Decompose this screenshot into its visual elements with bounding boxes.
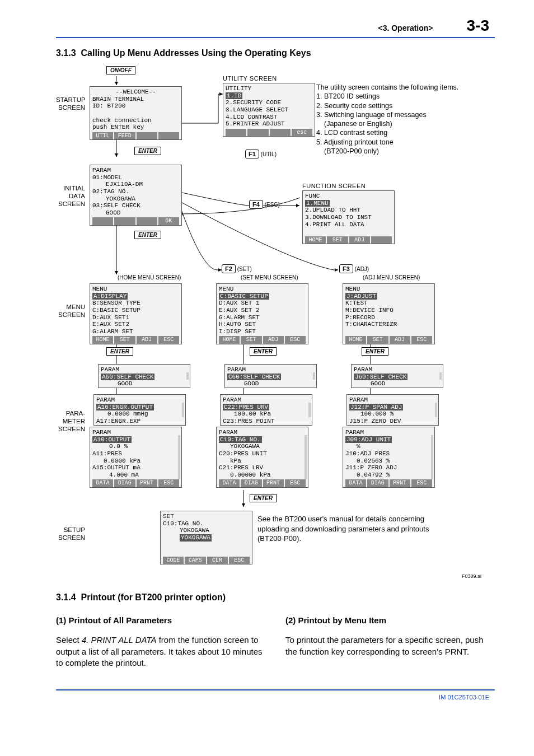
footer-docid: IM 01C25T03-01E (56, 690, 495, 701)
param-j12: PARAM J12:P SPAN ADJ 100.000 % J15:P ZER… (346, 394, 439, 426)
enter-s: ENTER (250, 347, 277, 356)
operation-diagram: ON/OFF STARTUP SCREEN INITIAL DATA SCREE… (56, 63, 481, 589)
f1-label: (UTIL) (261, 151, 277, 157)
sec-314-heading: 3.1.4 Printout (for BT200 printer option… (56, 592, 495, 603)
param-a16: PARAM A16:ENGR.OUTPUT 0.0000 mmHg A17:EN… (93, 394, 186, 426)
key-f1: F1 (245, 150, 259, 158)
header-rule (56, 37, 495, 38)
setup-screen: SET C10:TAG NO. YOKOGAWA YOKOGAWA CODECA… (160, 511, 252, 564)
side-label-startup: STARTUP SCREEN (56, 96, 85, 112)
adj-menu-title: (ADJ MENU SCREEN) (363, 274, 420, 281)
enter-2: ENTER (134, 231, 161, 239)
param-c60: PARAM C60:SELF CHECK GOOD (224, 364, 317, 388)
function-title: FUNCTION SCREEN (302, 183, 366, 189)
f3-label: (ADJ) (355, 266, 369, 272)
param-c22: PARAM C22:PRES URV 100.00 kPa C23:PRES P… (220, 394, 312, 426)
p2-body: To printout the parameters for a specifi… (285, 634, 495, 657)
enter-a: ENTER (362, 347, 388, 356)
param-a10: PARAM A10:OUTPUT 0.0 % A11:PRES 0.0000 k… (90, 427, 182, 488)
home-menu-screen: MENU A:DISPLAY B:SENSOR TYPE C:BASIC SET… (90, 283, 182, 344)
param-c10: PARAM C10:TAG NO. YOKOGAWA C20:PRES UNIT… (216, 427, 308, 488)
adj-menu-screen: MENU J:ADJUST K:TEST M:DEVICE INFO P:REC… (343, 283, 435, 344)
param-j09: PARAM J09:ADJ UNIT % J10:ADJ PRES 0.0256… (343, 427, 435, 488)
home-menu-title: (HOME MENU SCREEN) (118, 274, 181, 281)
p2-heading: (2) Printout by Menu Item (285, 615, 495, 626)
f2-label: (SET) (237, 266, 252, 272)
initial-data-screen: PARAM 01:MODEL EJX110A-DM 02:TAG NO. YOK… (90, 165, 182, 226)
enter-h: ENTER (106, 347, 133, 356)
onoff-button-label: ON/OFF (106, 66, 135, 74)
startup-screen: --WELCOME-- BRAIN TERMINAL ID: BT200 che… (90, 86, 182, 140)
key-f3: F3 (339, 264, 353, 273)
page-number: 3-3 (467, 17, 489, 35)
utility-screen: UTILITY 1.ID 2.SECURITY CODE 3.LANGUAGE … (223, 83, 315, 137)
f4-label: (ESC) (265, 202, 280, 208)
figure-ref: F0309.ai (462, 573, 481, 579)
key-f2: F2 (222, 264, 236, 273)
p1-heading: (1) Printout of All Parameters (56, 615, 265, 626)
enter-1: ENTER (134, 147, 161, 155)
utility-desc: The utility screen contains the followin… (316, 83, 462, 156)
function-screen: FUNC 1.MENU 2.UPLOAD TO HHT 3.DOWNLOAD T… (302, 190, 395, 244)
bt200-note: See the BT200 user's manual for details … (257, 514, 453, 544)
key-f4: F4 (249, 200, 263, 209)
utility-title: UTILITY SCREEN (223, 75, 277, 82)
chapter-header: <3. Operation> (378, 24, 433, 32)
param-j60: PARAM J60:SELF CHECK GOOD (351, 364, 443, 388)
side-label-setup: SETUP SCREEN (56, 526, 85, 542)
param-a60: PARAM A60:SELF CHECK GOOD (98, 364, 190, 388)
sec-313-heading: 3.1.3 Calling Up Menu Addresses Using th… (56, 48, 495, 58)
side-label-initial: INITIAL DATA SCREEN (56, 185, 85, 208)
p1-body: Select 4. PRINT ALL DATA from the functi… (56, 634, 265, 669)
side-label-menu: MENU SCREEN (56, 304, 85, 319)
side-label-para: PARA- METER SCREEN (56, 410, 85, 433)
set-menu-title: (SET MENU SCREEN) (241, 274, 298, 281)
enter-setup: ENTER (250, 494, 277, 502)
set-menu-screen: MENU C:BASIC SETUP D:AUX SET 1 E:AUX SET… (216, 283, 308, 344)
